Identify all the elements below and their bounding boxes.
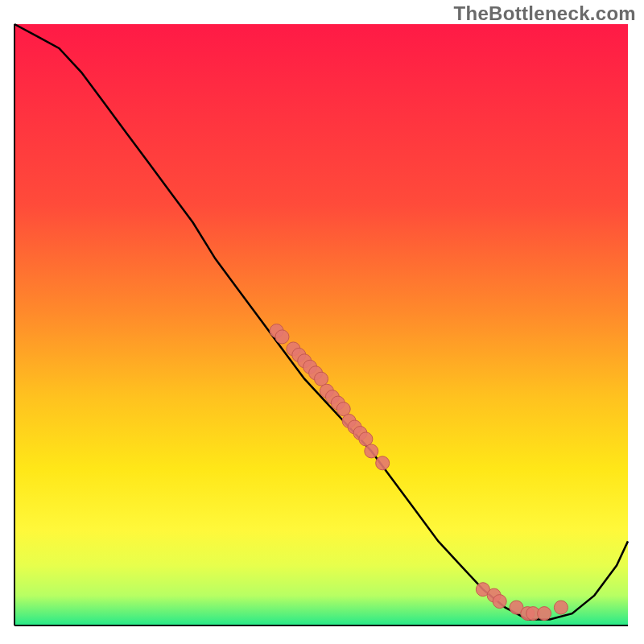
highlight-dot <box>365 444 378 458</box>
plot-background <box>14 24 628 625</box>
highlight-dot <box>554 601 568 614</box>
chart-svg <box>0 0 644 644</box>
highlight-dot <box>315 372 328 386</box>
highlight-dot <box>275 330 289 344</box>
highlight-dot <box>376 456 390 470</box>
chart-stage: { "watermark": { "text": "TheBottleneck.… <box>0 0 644 644</box>
highlight-dot <box>336 402 350 416</box>
highlight-dot <box>359 432 373 446</box>
watermark-text: TheBottleneck.com <box>454 2 636 25</box>
highlight-dot <box>493 595 506 609</box>
highlight-dot <box>538 607 551 621</box>
